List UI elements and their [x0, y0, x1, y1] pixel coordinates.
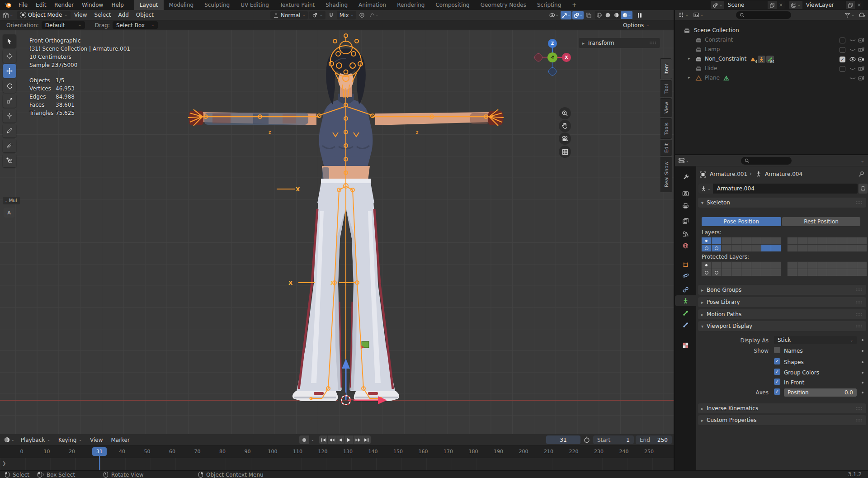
play-button[interactable] — [345, 435, 354, 444]
object-visibility-dropdown[interactable]: ⌄ — [548, 11, 560, 19]
gizmo-x-axis[interactable]: X — [562, 53, 571, 62]
outliner-filter-dropdown[interactable]: ⌄ — [842, 12, 857, 18]
workspace-tab-shading[interactable]: Shading — [320, 0, 353, 10]
layer-cell[interactable] — [857, 262, 867, 269]
outliner-row-plane[interactable]: ▸Plane — [675, 74, 868, 83]
camera-render-icon[interactable] — [858, 75, 865, 81]
layer-cell[interactable] — [771, 237, 781, 244]
transform-orientation-dropdown[interactable]: Normal⌄ — [270, 11, 308, 19]
tab-view-layer[interactable] — [675, 215, 696, 226]
workspace-tab--[interactable]: + — [566, 0, 582, 10]
fake-user-shield-button[interactable] — [859, 184, 868, 194]
workspace-tab-uv-editing[interactable]: UV Editing — [235, 0, 274, 10]
animate-dot[interactable] — [862, 350, 863, 352]
workspace-tab-animation[interactable]: Animation — [353, 0, 392, 10]
outliner-item-label[interactable]: Lamp — [705, 46, 720, 52]
properties-filter-dropdown[interactable]: ⌄ — [859, 158, 868, 163]
zoom-button[interactable] — [559, 107, 571, 119]
timeline-menu-marker[interactable]: Marker — [107, 437, 133, 443]
outliner-row-scene-collection[interactable]: Scene Collection — [675, 26, 868, 35]
character-model[interactable]: XXX zz — [0, 30, 674, 434]
ruler-frame-10[interactable]: 10 — [38, 449, 56, 454]
ruler-frame-210[interactable]: 210 — [540, 449, 558, 454]
ruler-frame-0[interactable]: 0 — [13, 449, 31, 454]
viewlayer-copy-button[interactable] — [846, 1, 855, 9]
menu-window[interactable]: Window — [78, 2, 107, 8]
drag-select-box-dropdown[interactable]: Select Box⌄ — [113, 21, 158, 29]
timeline-menu-keying[interactable]: Keying⌄ — [54, 437, 86, 443]
expand-arrow-icon[interactable]: ▸ — [688, 56, 690, 61]
gizmo-neg-z-axis[interactable] — [548, 67, 557, 76]
ruler-frame-200[interactable]: 200 — [514, 449, 533, 454]
workspace-tab-modeling[interactable]: Modeling — [164, 0, 199, 10]
layer-cell[interactable] — [722, 245, 731, 251]
layer-cell[interactable] — [702, 262, 711, 269]
ruler-frame-120[interactable]: 120 — [314, 449, 332, 454]
viewport-menu-add[interactable]: Add — [115, 12, 132, 18]
frame-start-field[interactable]: Start 1 — [593, 435, 634, 444]
viewlayer-remove-button[interactable]: ✕ — [855, 2, 863, 8]
display-as-dropdown[interactable]: Stick⌄ — [774, 336, 857, 344]
layer-cell[interactable] — [827, 269, 837, 276]
layer-cell[interactable] — [761, 237, 771, 244]
workspace-tab-geometry-nodes[interactable]: Geometry Nodes — [475, 0, 532, 10]
layer-cell[interactable] — [837, 269, 847, 276]
editor-divider[interactable] — [674, 10, 675, 470]
animate-dot[interactable] — [862, 372, 863, 374]
eye-closed-icon[interactable] — [849, 66, 856, 72]
scene-copy-button[interactable] — [768, 1, 777, 9]
viewport-menu-select[interactable]: Select — [90, 12, 114, 18]
layer-cell[interactable] — [817, 262, 827, 269]
outliner-row-constraint[interactable]: Constraint — [675, 36, 868, 45]
layer-cell[interactable] — [741, 262, 751, 269]
ruler-frame-160[interactable]: 160 — [414, 449, 432, 454]
shading-wireframe-button[interactable] — [595, 11, 604, 19]
breadcrumb-data[interactable]: Armature.004 — [765, 171, 802, 177]
playhead-line[interactable] — [99, 455, 100, 470]
outliner-row-non-constraint[interactable]: ▸Non_Constraint494✓ — [675, 55, 868, 64]
layer-cell[interactable] — [751, 237, 761, 244]
tool-add-cube[interactable] — [3, 154, 16, 167]
layer-cell[interactable] — [807, 245, 817, 251]
workspace-tab-texture-paint[interactable]: Texture Paint — [274, 0, 320, 10]
layer-cell[interactable] — [751, 245, 761, 251]
tab-object[interactable] — [675, 259, 696, 270]
animate-dot[interactable] — [862, 361, 863, 363]
layer-cell[interactable] — [761, 262, 771, 269]
gizmo-y-axis[interactable]: -Y — [547, 52, 557, 62]
tab-texture[interactable] — [675, 340, 696, 350]
layer-cell[interactable] — [857, 269, 867, 276]
pivot-point-dropdown[interactable]: ⌄ — [309, 11, 326, 19]
current-frame-field[interactable]: 31 — [546, 435, 580, 444]
layer-cell[interactable] — [857, 237, 867, 244]
exclude-checkbox[interactable] — [840, 47, 845, 53]
layer-cell[interactable] — [788, 262, 797, 269]
pose-library-panel-header[interactable]: ▸Pose Library — [698, 297, 866, 307]
scene-name[interactable]: Scene — [724, 1, 768, 9]
in-front-checkbox[interactable]: ✓ — [774, 379, 780, 385]
outliner-item-label[interactable]: Scene Collection — [694, 27, 739, 33]
layer-cell[interactable] — [847, 245, 857, 251]
layer-cell[interactable] — [771, 262, 781, 269]
shading-rendered-button[interactable]: ⌄ — [621, 11, 632, 19]
outliner-row-hide[interactable]: Hide — [675, 64, 868, 73]
expand-arrow-icon[interactable]: ▸ — [688, 75, 690, 80]
mode-dropdown[interactable]: Object Mode ⌄ — [17, 11, 71, 19]
outliner-item-label[interactable]: Constraint — [705, 37, 733, 43]
sequences-icon[interactable] — [636, 11, 644, 19]
jump-to-start-button[interactable] — [319, 435, 328, 444]
ruler-frame-190[interactable]: 190 — [490, 449, 508, 454]
layer-cell[interactable] — [712, 237, 721, 244]
properties-editor-type-button[interactable]: ⌄ — [675, 157, 691, 164]
layer-cell[interactable] — [827, 237, 837, 244]
layer-cell[interactable] — [771, 269, 781, 276]
proportional-falloff-dropdown[interactable]: Mix⌄ — [337, 11, 357, 19]
exclude-checkbox[interactable] — [840, 38, 845, 43]
frame-end-field[interactable]: End 250 — [636, 435, 672, 444]
pan-hand-button[interactable] — [559, 120, 571, 132]
xray-toggle[interactable] — [585, 11, 593, 19]
datablock-name-field[interactable]: ⌄ Armature.004 — [698, 184, 858, 194]
outliner-item-label[interactable]: Plane — [705, 75, 720, 81]
layer-cell[interactable] — [788, 269, 797, 276]
previous-keyframe-button[interactable] — [328, 435, 336, 444]
